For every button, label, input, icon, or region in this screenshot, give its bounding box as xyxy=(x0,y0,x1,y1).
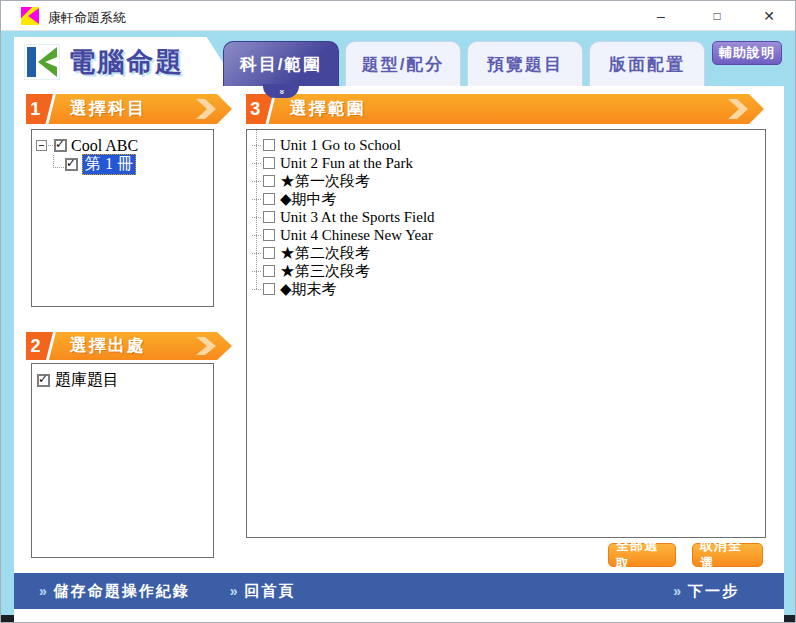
app-icon xyxy=(21,7,39,25)
close-button[interactable]: ✕ xyxy=(759,8,779,25)
checkbox-icon[interactable] xyxy=(37,374,50,387)
collapse-icon[interactable] xyxy=(36,140,47,151)
section-number-badge: 3 xyxy=(239,94,276,124)
checkbox-icon[interactable] xyxy=(263,193,275,205)
source-item[interactable]: 題庫題目 xyxy=(37,370,208,390)
arrow-right-icon: » xyxy=(673,584,681,598)
active-tab-notch: » xyxy=(263,84,299,98)
checkbox-icon[interactable] xyxy=(263,283,275,295)
scope-item[interactable]: Unit 4 Chinese New Year xyxy=(252,226,765,244)
scope-item-label: ★第一次段考 xyxy=(280,172,370,191)
scope-item[interactable]: ◆期中考 xyxy=(252,190,765,208)
tree-connector xyxy=(252,217,261,218)
checkbox-icon[interactable] xyxy=(263,247,275,259)
source-list: 題庫題目 xyxy=(32,364,213,396)
scope-item-label: ★第三次段考 xyxy=(280,262,370,281)
scope-item[interactable]: Unit 2 Fun at the Park xyxy=(252,154,765,172)
tab-bar: 科目/範圍題型/配分預覽題目版面配置 xyxy=(223,41,705,86)
section-subject-banner: 1 選擇科目 xyxy=(26,94,232,124)
deselect-all-button[interactable]: 取消全選 xyxy=(692,543,763,567)
window-body: 電腦命題 科目/範圍題型/配分預覽題目版面配置 » 輔助說明 1 選擇科目 xyxy=(1,31,795,622)
section-number-badge: 2 xyxy=(19,332,56,360)
tab-label: 題型/配分 xyxy=(362,53,445,76)
scope-list-box: Unit 1 Go to School Unit 2 Fun at the Pa… xyxy=(246,129,766,538)
tree-connector xyxy=(48,145,53,146)
home-link[interactable]: » 回首頁 xyxy=(230,582,296,601)
scope-item-label: Unit 3 At the Sports Field xyxy=(280,209,435,226)
home-label: 回首頁 xyxy=(245,582,296,601)
tree-connector xyxy=(53,155,64,168)
logo-band: 電腦命題 xyxy=(14,37,238,86)
scope-item[interactable]: ★第三次段考 xyxy=(252,262,765,280)
tab[interactable]: 科目/範圍 xyxy=(223,41,339,86)
checkbox-icon[interactable] xyxy=(65,158,78,171)
tree-connector xyxy=(252,253,261,254)
tree-root-label[interactable]: Cool ABC xyxy=(71,137,138,155)
tree-connector xyxy=(252,199,261,200)
tree-connector xyxy=(252,163,261,164)
scope-item-label: ◆期末考 xyxy=(280,280,337,299)
tab-label: 預覽題目 xyxy=(487,53,563,76)
title-bar: 康軒命題系統 – □ ✕ xyxy=(1,1,795,31)
help-button[interactable]: 輔助說明 xyxy=(712,41,782,65)
scope-item-label: ★第二次段考 xyxy=(280,244,370,263)
tree-connector xyxy=(252,181,261,182)
tab[interactable]: 題型/配分 xyxy=(345,41,461,86)
tab-label: 版面配置 xyxy=(609,53,685,76)
tab-label: 科目/範圍 xyxy=(240,53,323,76)
arrow-right-icon: » xyxy=(39,584,47,598)
scope-item-label: ◆期中考 xyxy=(280,190,337,209)
page-title: 電腦命題 xyxy=(68,44,184,80)
maximize-button[interactable]: □ xyxy=(707,8,727,25)
save-record-link[interactable]: » 儲存命題操作紀錄 xyxy=(39,582,190,601)
subject-tree: Cool ABC 第 1 冊 xyxy=(32,130,213,180)
scope-item[interactable]: Unit 3 At the Sports Field xyxy=(252,208,765,226)
scope-item[interactable]: ★第二次段考 xyxy=(252,244,765,262)
source-list-box: 題庫題目 xyxy=(31,363,214,558)
checkbox-icon[interactable] xyxy=(263,265,275,277)
tree-row-root[interactable]: Cool ABC xyxy=(36,136,209,155)
section-number-badge: 1 xyxy=(19,94,56,124)
checkbox-icon[interactable] xyxy=(54,139,67,152)
scope-item[interactable]: ◆期末考 xyxy=(252,280,765,298)
section-title: 選擇出處 xyxy=(70,332,146,360)
scope-item-label: Unit 4 Chinese New Year xyxy=(280,227,433,244)
select-all-button[interactable]: 全部選取 xyxy=(608,543,676,567)
checkbox-icon[interactable] xyxy=(263,139,275,151)
checkbox-icon[interactable] xyxy=(263,229,275,241)
section-scope-banner: 3 選擇範圍 xyxy=(246,94,764,124)
tab[interactable]: 版面配置 xyxy=(589,41,705,86)
source-item-label: 題庫題目 xyxy=(55,370,119,391)
scope-item[interactable]: Unit 1 Go to School xyxy=(252,136,765,154)
tree-child-label[interactable]: 第 1 冊 xyxy=(82,154,136,175)
scope-item-label: Unit 2 Fun at the Park xyxy=(280,155,413,172)
chevron-down-icon: » xyxy=(276,89,285,93)
scope-item-label: Unit 1 Go to School xyxy=(280,137,401,154)
checkbox-icon[interactable] xyxy=(263,211,275,223)
kang-hsuan-logo-icon xyxy=(24,44,60,80)
arrow-right-icon xyxy=(196,99,216,119)
main-panel: 1 選擇科目 Cool ABC 第 1 冊 xyxy=(14,86,784,623)
window-title: 康軒命題系統 xyxy=(48,9,126,27)
tree-connector xyxy=(252,235,261,236)
tree-connector xyxy=(252,289,261,290)
section-title: 選擇科目 xyxy=(70,94,146,124)
next-step-label: 下一步 xyxy=(688,582,739,601)
tree-row-child[interactable]: 第 1 冊 xyxy=(53,155,209,174)
checkbox-icon[interactable] xyxy=(263,175,275,187)
arrow-right-icon xyxy=(196,337,216,355)
section-source-banner: 2 選擇出處 xyxy=(26,332,232,360)
tree-connector xyxy=(252,271,261,272)
checkbox-icon[interactable] xyxy=(263,157,275,169)
scope-item[interactable]: ★第一次段考 xyxy=(252,172,765,190)
next-step-button[interactable]: » 下一步 xyxy=(673,582,739,601)
arrow-right-icon xyxy=(728,99,748,119)
subject-tree-box: Cool ABC 第 1 冊 xyxy=(31,129,214,307)
tree-connector xyxy=(252,145,261,146)
footer-bar: » 儲存命題操作紀錄 » 回首頁 » 下一步 xyxy=(14,573,784,609)
app-window: 康軒命題系統 – □ ✕ 電腦命題 科目/範圍題型/配分預覽題目版面配置 » 輔… xyxy=(0,0,796,623)
minimize-button[interactable]: – xyxy=(651,8,671,25)
save-record-label: 儲存命題操作紀錄 xyxy=(54,582,190,601)
tab[interactable]: 預覽題目 xyxy=(467,41,583,86)
scope-list: Unit 1 Go to School Unit 2 Fun at the Pa… xyxy=(247,130,765,537)
